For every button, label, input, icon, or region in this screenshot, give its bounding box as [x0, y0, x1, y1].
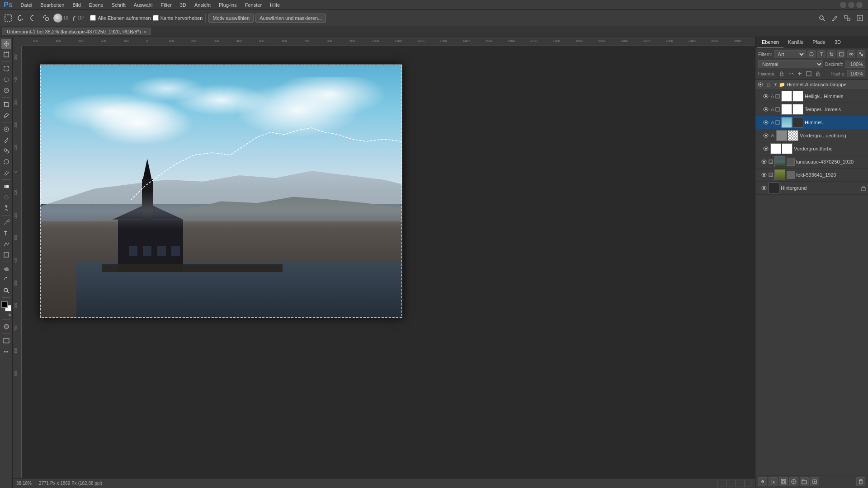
- eraser-tool[interactable]: [1, 168, 11, 178]
- quick-selection-tool[interactable]: [1, 85, 11, 95]
- menu-datei[interactable]: Datei: [17, 1, 36, 9]
- minimize-btn[interactable]: [840, 2, 846, 8]
- menu-bearbeiten[interactable]: Bearbeiten: [37, 1, 68, 9]
- alle-ebenen-check[interactable]: Alle Ebenen aufnehmen: [90, 15, 151, 21]
- menu-3d[interactable]: 3D: [176, 1, 190, 9]
- layer-vis-1[interactable]: [763, 93, 769, 99]
- add-layer-btn[interactable]: [810, 477, 819, 486]
- filter-type-select[interactable]: Art: [774, 50, 806, 58]
- lasso-sub-icon[interactable]: -: [28, 13, 39, 23]
- type-tool[interactable]: T: [1, 228, 11, 238]
- maximize-btn[interactable]: [848, 2, 854, 8]
- dodge-tool[interactable]: [1, 203, 11, 213]
- layer-feld[interactable]: feld-533641_1920: [755, 169, 868, 182]
- screen-mode-tool[interactable]: [1, 336, 11, 346]
- pixel-icon-btn[interactable]: [857, 50, 865, 58]
- kante-checkbox[interactable]: [153, 15, 159, 21]
- layer-vis-5[interactable]: [763, 145, 769, 152]
- menu-ebene[interactable]: Ebene: [85, 1, 107, 9]
- menu-hilfe[interactable]: Hilfe: [266, 1, 283, 9]
- lasso-intersect-icon[interactable]: [41, 13, 52, 23]
- menu-schrift[interactable]: Schrift: [108, 1, 129, 9]
- history-brush-tool[interactable]: [1, 157, 11, 167]
- filter-toggle-btn[interactable]: [807, 50, 816, 58]
- motiv-auswaehlen-btn[interactable]: Motiv auswählen: [208, 14, 254, 23]
- quick-mask-tool[interactable]: [1, 322, 11, 332]
- clone-stamp-tool[interactable]: [1, 146, 11, 156]
- lock-all-btn[interactable]: [814, 70, 821, 77]
- brush-tool[interactable]: [1, 135, 11, 145]
- layer-vordergrundfarbe[interactable]: Vordergrundfarbe: [755, 142, 868, 155]
- tab-3d[interactable]: 3D: [830, 37, 845, 48]
- auswaehlen-maskieren-btn[interactable]: Auswählen und maskieren...: [255, 14, 326, 23]
- gradient-tool[interactable]: [1, 182, 11, 192]
- swap-colors-icon[interactable]: ⇅: [8, 313, 11, 317]
- layer-landscape[interactable]: landscape-4370250_1920: [755, 155, 868, 169]
- layer-vis-2[interactable]: [763, 106, 769, 113]
- kante-hervorheben-check[interactable]: Kante hervorheben: [153, 15, 203, 21]
- lasso-tool[interactable]: [1, 75, 11, 84]
- menu-filter[interactable]: Filter: [157, 1, 175, 9]
- zoom-tool[interactable]: [1, 286, 11, 296]
- canvas-area[interactable]: .marching { stroke-dasharray: 5,3; anima…: [22, 46, 755, 478]
- move-tool[interactable]: [1, 39, 11, 49]
- add-adjustment-btn[interactable]: [789, 477, 798, 486]
- tab-kanaele[interactable]: Kanäle: [783, 37, 808, 48]
- color-swatches[interactable]: [1, 301, 11, 311]
- rotate-view-tool[interactable]: [1, 275, 11, 285]
- lock-image-btn[interactable]: [787, 70, 794, 77]
- layer-helligk[interactable]: Helligk...Himmels: [755, 90, 868, 103]
- layer-vis-4[interactable]: [763, 132, 769, 139]
- extra-tools[interactable]: •••: [1, 347, 11, 357]
- mask-icon-btn[interactable]: [837, 50, 845, 58]
- search-icon[interactable]: [816, 13, 827, 23]
- effect-icon-btn[interactable]: fx: [827, 50, 835, 58]
- layer-vis-6[interactable]: [761, 159, 767, 165]
- brush-tool-icon[interactable]: [829, 13, 840, 23]
- add-mask-btn[interactable]: [779, 477, 788, 486]
- lock-artboard-btn[interactable]: [805, 70, 812, 77]
- layer-temper[interactable]: Temper...immels: [755, 103, 868, 116]
- view-options-btn[interactable]: [735, 480, 742, 487]
- lasso-add-icon[interactable]: +: [15, 13, 26, 23]
- layer-vis-group1[interactable]: [757, 81, 764, 88]
- menu-bild[interactable]: Bild: [69, 1, 84, 9]
- shape-tool[interactable]: [1, 250, 11, 260]
- path-select-tool[interactable]: [1, 239, 11, 249]
- hand-tool[interactable]: [1, 264, 11, 274]
- zoom-icon[interactable]: [854, 13, 865, 23]
- link-layers-btn[interactable]: [758, 477, 767, 486]
- crop-tool[interactable]: [1, 99, 11, 109]
- tab-ebenen[interactable]: Ebenen: [757, 37, 783, 48]
- healing-tool[interactable]: [1, 124, 11, 134]
- layer-vis-3[interactable]: [763, 119, 769, 126]
- blur-tool[interactable]: [1, 192, 11, 202]
- document-tab[interactable]: Unbenannt-1 bei 38,2% (landscape-4370250…: [2, 28, 151, 35]
- lock-transparent-btn[interactable]: [778, 70, 785, 77]
- feather-brush-icon[interactable]: [53, 14, 62, 23]
- type-icon-btn[interactable]: T: [817, 50, 826, 58]
- layer-vis-7[interactable]: [761, 172, 767, 178]
- menu-auswahl[interactable]: Auswahl: [130, 1, 156, 9]
- menu-fenster[interactable]: Fenster: [241, 1, 265, 9]
- menu-plugins[interactable]: Plug-ins: [215, 1, 241, 9]
- canvas-size-btn[interactable]: [744, 480, 751, 487]
- eyedropper-tool[interactable]: [1, 110, 11, 120]
- layer-vordergrueleuchtung[interactable]: Vordergru...uechtung: [755, 129, 868, 142]
- menu-ansicht[interactable]: Ansicht: [191, 1, 214, 9]
- selection-tool-icon[interactable]: [3, 13, 14, 23]
- artboard-tool[interactable]: [1, 50, 11, 60]
- layer-himmel[interactable]: Himmel...: [755, 116, 868, 129]
- opacity-value[interactable]: 100%: [845, 61, 865, 68]
- rect-marquee-tool[interactable]: [1, 64, 11, 74]
- layer-hintergrund[interactable]: Hintergrund: [755, 182, 868, 195]
- smart-icon-btn[interactable]: [847, 50, 855, 58]
- grid-view-btn[interactable]: [717, 480, 724, 487]
- delete-layer-btn[interactable]: [856, 477, 865, 486]
- blend-mode-select[interactable]: Normal: [758, 60, 823, 68]
- layer-vis-8[interactable]: [761, 185, 767, 191]
- layer-group-himmel[interactable]: ▼ 📁 Himmel-Austausch-Gruppe: [755, 80, 868, 90]
- close-btn[interactable]: [856, 2, 863, 8]
- canvas-rotate-btn[interactable]: [726, 480, 733, 487]
- foreground-color-swatch[interactable]: [1, 301, 8, 308]
